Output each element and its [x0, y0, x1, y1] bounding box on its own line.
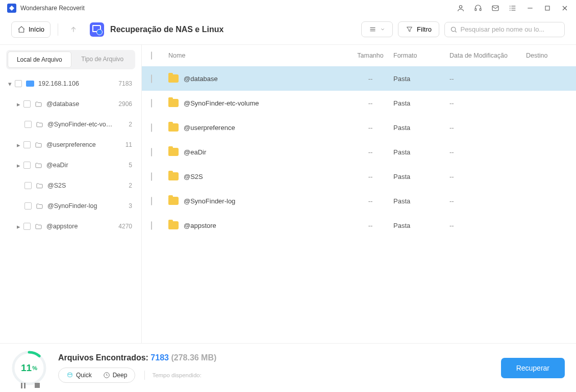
tree-item[interactable]: ▸@userpreference11 — [4, 135, 137, 155]
tree-item-label: @appstore — [46, 223, 78, 230]
folder-icon — [35, 162, 42, 169]
header-size[interactable]: Tamanho — [347, 52, 393, 59]
row-name: @S2S — [184, 173, 203, 180]
pause-button[interactable] — [19, 382, 27, 389]
table-row[interactable]: @appstore--Pasta-- — [142, 213, 576, 238]
chevron-right-icon[interactable]: ▸ — [15, 100, 21, 108]
checkbox[interactable] — [23, 223, 31, 230]
tree-item-label: @SynoFinder-log — [47, 202, 97, 210]
user-icon[interactable] — [457, 4, 465, 12]
folder-icon — [36, 202, 43, 210]
table-row[interactable]: @database--Pasta-- — [142, 66, 576, 91]
row-size: -- — [347, 197, 393, 205]
folder-icon — [36, 182, 43, 190]
row-checkbox[interactable] — [151, 123, 152, 132]
row-format: Pasta — [393, 75, 449, 83]
header-dest[interactable]: Destino — [526, 52, 567, 59]
chevron-right-icon[interactable]: ▸ — [15, 141, 21, 149]
header-date[interactable]: Data de Modificação — [449, 52, 526, 59]
row-checkbox[interactable] — [151, 148, 152, 156]
tree-item[interactable]: @S2S2 — [4, 175, 137, 196]
svg-point-7 — [510, 6, 510, 7]
svg-point-8 — [510, 8, 510, 9]
funnel-icon — [406, 25, 413, 33]
tree-item-count: 11 — [126, 141, 132, 148]
tree-item-count: 2 — [129, 121, 132, 128]
header-name[interactable]: Nome — [168, 52, 347, 59]
tree-item[interactable]: ▸@appstore4270 — [4, 216, 137, 237]
row-size: -- — [347, 173, 393, 180]
home-button[interactable]: Início — [11, 21, 51, 38]
row-format: Pasta — [393, 222, 449, 229]
mail-icon[interactable] — [491, 4, 499, 12]
up-button[interactable] — [65, 21, 82, 38]
tree-item[interactable]: @SynoFinder-etc-volu...2 — [4, 114, 137, 135]
row-checkbox[interactable] — [151, 197, 152, 205]
filter-button[interactable]: Filtro — [398, 21, 439, 37]
row-checkbox[interactable] — [151, 74, 152, 83]
checkbox[interactable] — [24, 121, 32, 128]
select-all-checkbox[interactable] — [151, 51, 152, 60]
tree-item-count: 2906 — [118, 100, 132, 108]
tree-item-label: @database — [46, 100, 79, 108]
arrow-up-icon — [69, 25, 78, 34]
folder-icon — [168, 221, 179, 229]
found-size: (278.36 MB) — [171, 353, 216, 362]
row-checkbox[interactable] — [151, 221, 152, 230]
view-mode-button[interactable] — [361, 21, 393, 37]
chevron-right-icon[interactable]: ▸ — [15, 223, 21, 230]
checkbox[interactable] — [15, 80, 22, 87]
table-row[interactable]: @eaDir--Pasta-- — [142, 140, 576, 164]
svg-point-9 — [510, 10, 510, 11]
tree-item-count: 2 — [129, 182, 132, 189]
tree-item-label: @S2S — [47, 182, 66, 189]
table-row[interactable]: @userpreference--Pasta-- — [142, 115, 576, 140]
table-row[interactable]: @SynoFinder-etc-volume--Pasta-- — [142, 91, 576, 115]
checkbox[interactable] — [24, 202, 32, 210]
stop-button[interactable] — [34, 382, 41, 389]
tab-file-location[interactable]: Local de Arquivo — [8, 51, 71, 68]
chevron-right-icon[interactable]: ▸ — [15, 162, 21, 169]
scan-mode-toggle[interactable]: Quick Deep — [58, 368, 135, 383]
mode-quick[interactable]: Quick — [61, 370, 97, 381]
checkbox[interactable] — [23, 141, 31, 148]
tree-root[interactable]: ▾ 192.168.1.106 7183 — [4, 73, 137, 94]
tree-item[interactable]: ▸@eaDir5 — [4, 155, 137, 175]
search-input[interactable] — [460, 25, 559, 33]
svg-rect-11 — [545, 6, 549, 10]
tree-item[interactable]: ▸@database2906 — [4, 94, 137, 114]
tree-item-label: @SynoFinder-etc-volu... — [47, 121, 114, 128]
table-row[interactable]: @SynoFinder-log--Pasta-- — [142, 189, 576, 213]
headset-icon[interactable] — [474, 4, 482, 12]
row-size: -- — [347, 222, 393, 229]
close-icon[interactable] — [561, 4, 569, 12]
chevron-down-icon[interactable]: ▾ — [7, 80, 13, 88]
search-box[interactable] — [444, 22, 565, 37]
home-icon — [17, 25, 26, 34]
minimize-icon[interactable] — [526, 4, 534, 12]
checkbox[interactable] — [24, 182, 32, 189]
maximize-icon[interactable] — [543, 4, 552, 12]
row-name: @SynoFinder-log — [184, 197, 235, 205]
header-format[interactable]: Formato — [393, 52, 449, 59]
table-row[interactable]: @S2S--Pasta-- — [142, 164, 576, 189]
list-icon[interactable] — [509, 4, 517, 12]
chevron-down-icon — [380, 25, 385, 33]
toolbar: Início Recuperação de NAS e Linux Filtro — [0, 16, 576, 45]
row-checkbox[interactable] — [151, 172, 152, 181]
recover-button[interactable]: Recuperar — [501, 358, 565, 378]
mode-deep[interactable]: Deep — [97, 370, 133, 381]
footer-info: Arquivos Encontrados: 7183 (278.36 MB) Q… — [58, 353, 216, 383]
row-size: -- — [347, 99, 393, 107]
disk-icon — [26, 81, 34, 87]
row-checkbox[interactable] — [151, 99, 152, 108]
checkbox[interactable] — [23, 100, 31, 108]
folder-icon — [168, 172, 179, 180]
tree-root-label: 192.168.1.106 — [38, 80, 79, 87]
row-date: -- — [449, 197, 526, 205]
tree-item-label: @eaDir — [46, 162, 68, 169]
checkbox[interactable] — [23, 162, 31, 169]
tree-item[interactable]: @SynoFinder-log3 — [4, 196, 137, 216]
svg-point-22 — [68, 373, 72, 375]
tab-file-type[interactable]: Tipo de Arquivo — [71, 51, 134, 68]
